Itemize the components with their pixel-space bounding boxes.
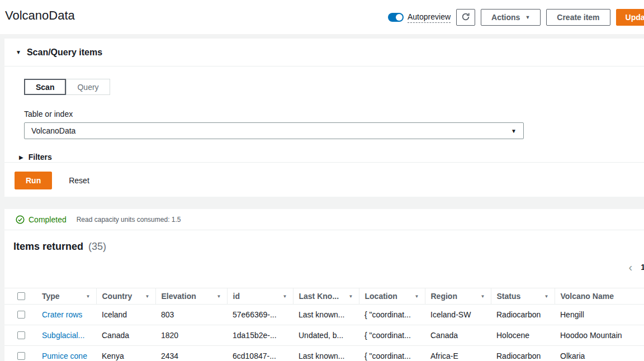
- item-link[interactable]: Crater rows: [36, 305, 96, 325]
- cell-last-known: Last known...: [293, 346, 359, 361]
- sort-icon[interactable]: ▼: [415, 294, 419, 299]
- cell-status: Holocene: [491, 325, 555, 346]
- column-header-region[interactable]: Region: [431, 292, 457, 301]
- cell-volcano-name: Hengill: [555, 305, 644, 325]
- scan-query-panel-header[interactable]: ▼ Scan/Query items: [4, 39, 644, 66]
- column-header-country[interactable]: Country: [102, 292, 132, 301]
- sort-icon[interactable]: ▼: [86, 294, 91, 299]
- column-header-status[interactable]: Status: [497, 292, 521, 301]
- run-button[interactable]: Run: [15, 172, 52, 189]
- sort-icon[interactable]: ▼: [217, 294, 221, 299]
- page-title: VolcanoData: [5, 8, 75, 23]
- column-header-last-known[interactable]: Last Kno...: [299, 292, 339, 301]
- item-link[interactable]: Pumice cone: [36, 346, 96, 361]
- cell-status: Radiocarbon: [491, 305, 555, 325]
- cell-id: 6cd10847-...: [227, 346, 293, 361]
- select-all-checkbox[interactable]: [17, 292, 25, 300]
- expand-caret-icon: ▶: [19, 154, 23, 160]
- toggle-knob: [396, 14, 402, 21]
- create-item-button[interactable]: Create item: [546, 9, 610, 26]
- refresh-icon: [461, 12, 470, 23]
- scan-query-title: Scan/Query items: [27, 48, 102, 58]
- reset-button[interactable]: Reset: [69, 176, 89, 185]
- table-row: Crater rows Iceland 803 57e66369-... Las…: [4, 305, 644, 325]
- autopreview-label: Autopreview: [408, 12, 451, 23]
- items-returned-heading: Items returned (35): [4, 230, 644, 253]
- cell-region: Africa-E: [425, 346, 491, 361]
- scan-query-panel: ▼ Scan/Query items Scan Query Table or i…: [4, 39, 644, 197]
- cell-last-known: Last known...: [293, 305, 359, 325]
- column-header-type[interactable]: Type: [42, 292, 60, 301]
- table-or-index-select[interactable]: VolcanoData ▼: [24, 122, 524, 139]
- cell-elevation: 803: [155, 305, 227, 325]
- sort-icon[interactable]: ▼: [145, 294, 150, 299]
- top-bar: VolcanoData Autopreview Actions ▼ Create…: [0, 0, 644, 34]
- update-button[interactable]: Update: [616, 9, 644, 26]
- cell-elevation: 2434: [155, 346, 227, 361]
- select-caret-icon: ▼: [511, 128, 517, 134]
- autopreview-control[interactable]: Autopreview: [388, 12, 451, 23]
- actions-button[interactable]: Actions ▼: [481, 9, 541, 26]
- header-controls: Autopreview Actions ▼ Create item Update: [388, 9, 644, 26]
- table-row: Subglacial... Canada 1820 1da15b2e-... U…: [4, 325, 644, 346]
- cell-location: { "coordinat...: [359, 305, 425, 325]
- sort-icon[interactable]: ▼: [544, 294, 549, 299]
- tab-scan[interactable]: Scan: [24, 79, 66, 95]
- item-link[interactable]: Subglacial...: [36, 325, 96, 346]
- select-value: VolcanoData: [31, 126, 75, 135]
- cell-country: Iceland: [96, 305, 155, 325]
- row-checkbox[interactable]: [17, 352, 25, 360]
- status-badge: Completed: [29, 215, 67, 224]
- scan-query-body: Scan Query Table or index VolcanoData ▼ …: [4, 66, 644, 162]
- items-count: (35): [88, 241, 106, 252]
- row-checkbox[interactable]: [17, 331, 25, 339]
- items-table: Type▼ Country▼ Elevation▼ id▼ Last Kno..…: [4, 288, 644, 361]
- success-check-icon: [16, 215, 25, 224]
- sort-icon[interactable]: ▼: [349, 294, 353, 299]
- column-header-elevation[interactable]: Elevation: [162, 292, 196, 301]
- column-header-location[interactable]: Location: [365, 292, 397, 301]
- results-panel: Completed Read capacity units consumed: …: [4, 209, 644, 361]
- table-header-row: Type▼ Country▼ Elevation▼ id▼ Last Kno..…: [4, 288, 644, 305]
- current-page-number[interactable]: 1: [641, 263, 644, 272]
- column-header-volcano-name[interactable]: Volcano Name: [561, 292, 614, 301]
- sort-icon[interactable]: ▼: [481, 294, 485, 299]
- table-or-index-label: Table or index: [24, 110, 636, 118]
- table-row: Pumice cone Kenya 2434 6cd10847-... Last…: [4, 346, 644, 361]
- filters-expander[interactable]: ▶ Filters: [19, 153, 636, 162]
- column-header-id[interactable]: id: [233, 292, 240, 301]
- cell-region: Canada: [425, 325, 491, 346]
- sort-icon[interactable]: ▼: [283, 294, 287, 299]
- cell-status: Radiocarbon: [491, 346, 555, 361]
- cell-id: 1da15b2e-...: [227, 325, 293, 346]
- cell-country: Canada: [96, 325, 155, 346]
- row-checkbox[interactable]: [17, 311, 25, 319]
- cell-location: { "coordinat...: [359, 346, 425, 361]
- capacity-consumed-text: Read capacity units consumed: 1.5: [77, 216, 181, 224]
- cell-country: Kenya: [96, 346, 155, 361]
- chevron-down-icon: ▼: [525, 15, 530, 20]
- cell-id: 57e66369-...: [227, 305, 293, 325]
- collapse-caret-icon: ▼: [16, 49, 21, 55]
- filters-label: Filters: [29, 153, 52, 162]
- pagination: ‹ 1: [629, 262, 644, 273]
- cell-region: Iceland-SW: [425, 305, 491, 325]
- cell-elevation: 1820: [155, 325, 227, 346]
- cell-volcano-name: Olkaria: [555, 346, 644, 361]
- scan-query-mode-switch: Scan Query: [24, 79, 110, 95]
- refresh-button[interactable]: [456, 9, 475, 26]
- scan-query-footer: Run Reset: [4, 162, 644, 189]
- autopreview-toggle-icon[interactable]: [388, 13, 404, 22]
- cell-volcano-name: Hoodoo Mountain: [555, 325, 644, 346]
- cell-last-known: Undated, b...: [293, 325, 359, 346]
- tab-query[interactable]: Query: [66, 79, 110, 95]
- previous-page-icon[interactable]: ‹: [629, 262, 633, 273]
- cell-location: { "coordinat...: [359, 325, 425, 346]
- scan-status-row: Completed Read capacity units consumed: …: [4, 209, 644, 230]
